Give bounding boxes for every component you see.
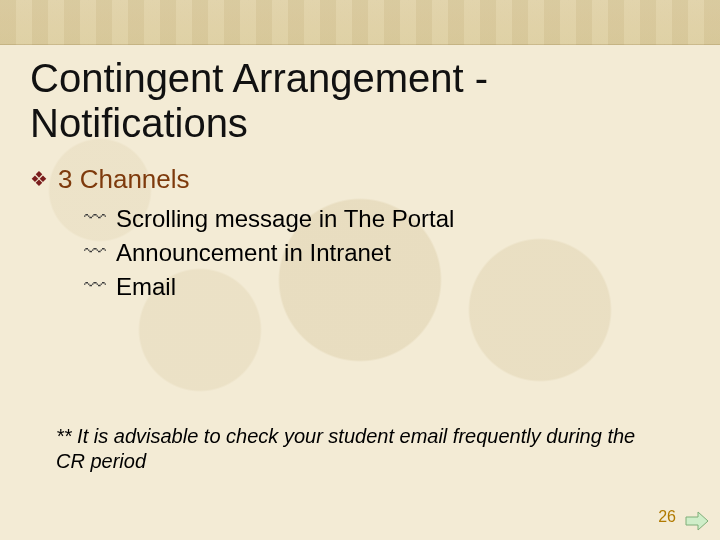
list-item: 〰 Email <box>84 271 690 303</box>
wave-bullet-icon: 〰 <box>84 237 106 267</box>
wave-bullet-icon: 〰 <box>84 271 106 301</box>
list-item-text: Announcement in Intranet <box>116 237 391 269</box>
channel-list: 〰 Scrolling message in The Portal 〰 Anno… <box>84 203 690 304</box>
footnote: ** It is advisable to check your student… <box>56 424 660 474</box>
page-number: 26 <box>658 508 676 526</box>
slide-body: Contingent Arrangement - Notifications ❖… <box>30 56 690 520</box>
list-item: 〰 Announcement in Intranet <box>84 237 690 269</box>
list-item-text: Email <box>116 271 176 303</box>
heading-3-channels: ❖ 3 Channels <box>30 164 690 195</box>
diamond-bullet-icon: ❖ <box>30 164 48 194</box>
next-arrow-icon[interactable] <box>684 510 710 532</box>
slide-title: Contingent Arrangement - Notifications <box>30 56 690 146</box>
heading-text: 3 Channels <box>58 164 190 195</box>
list-item: 〰 Scrolling message in The Portal <box>84 203 690 235</box>
list-item-text: Scrolling message in The Portal <box>116 203 454 235</box>
wave-bullet-icon: 〰 <box>84 203 106 233</box>
decorative-top-band <box>0 0 720 45</box>
